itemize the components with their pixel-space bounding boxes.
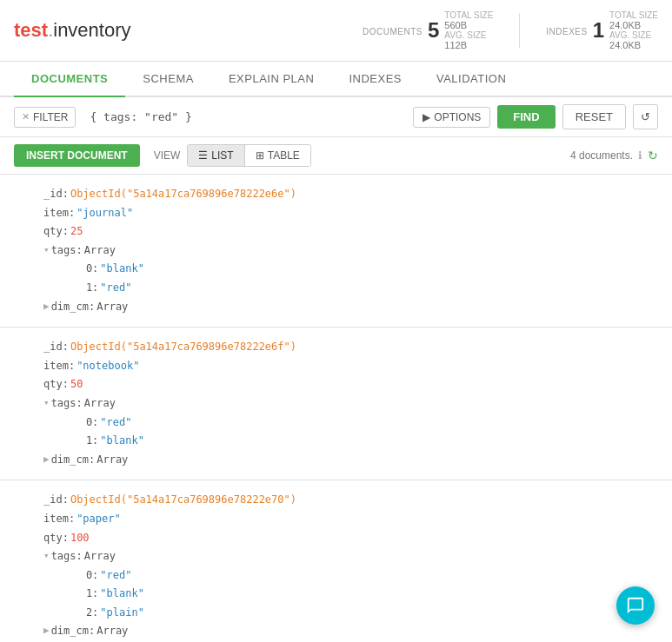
list-item: 0: "blank" [61,260,655,279]
filter-button[interactable]: ✕ FILTER [14,107,76,128]
field-dim: ▶ dim_cm: Array [43,451,655,470]
collapse-icon[interactable]: ▾ [43,547,50,565]
field-id: _id: ObjectId("5a14a17ca769896e78222e6e"… [43,185,655,204]
field-key: tags: [51,547,83,566]
collapse-icon[interactable]: ▾ [43,394,50,412]
header-stats: DOCUMENTS 5 TOTAL SIZE 560B AVG. SIZE 11… [363,10,658,50]
options-button[interactable]: ▶ OPTIONS [413,107,490,128]
field-value-plain: Array [96,298,128,317]
field-tags: ▾ tags: Array [43,394,655,414]
field-value: "plain" [100,604,144,623]
field-id: _id: ObjectId("5a14a17ca769896e78222e70"… [43,491,655,510]
field-dim: ▶ dim_cm: Array [43,622,655,641]
toolbar: ✕ FILTER ▶ OPTIONS FIND RESET ↺ [0,97,672,137]
field-value-string: "journal" [77,204,133,223]
field-value-number: 25 [70,222,83,242]
field-key: qty: [43,375,69,394]
field-key: _id: [43,185,69,204]
divider [519,13,520,48]
field-value: "red" [100,566,131,586]
logo-test: test [14,19,48,41]
field-value-string: "notebook" [77,357,139,376]
insert-document-button[interactable]: INSERT DOCUMENT [14,144,140,167]
view-label: VIEW [154,149,181,162]
field-value-number: 100 [70,529,90,548]
list-item: 2: "plain" [61,604,655,623]
find-button[interactable]: FIND [497,105,555,129]
field-key: 1: [61,432,98,451]
field-key: item: [43,357,75,376]
collapse-icon[interactable]: ▶ [43,298,50,315]
field-item: item: "paper" [43,510,655,529]
field-key: 1: [61,585,98,604]
view-list-button[interactable]: ☰ LIST [188,145,243,166]
field-value-plain: Array [84,547,116,566]
table-row: _id: ObjectId("5a14a17ca769896e78222e70"… [0,480,672,642]
collapse-icon[interactable]: ▶ [43,451,50,468]
table-row: _id: ObjectId("5a14a17ca769896e78222e6f"… [0,328,672,480]
indexes-stat: INDEXES 1 TOTAL SIZE 24.0KB AVG. SIZE 24… [546,10,658,50]
options-label: OPTIONS [434,111,481,123]
list-item: 1: "blank" [61,585,655,604]
tab-explain-plan[interactable]: EXPLAIN PLAN [211,62,332,97]
documents-meta: TOTAL SIZE 560B AVG. SIZE 112B [444,10,493,50]
field-tags: ▾ tags: Array [43,242,655,261]
field-value-objectid: ObjectId("5a14a17ca769896e78222e6e") [70,185,296,204]
field-key: dim_cm: [51,298,96,317]
doc-refresh-button[interactable]: ↻ [648,149,658,162]
field-qty: qty: 50 [43,375,655,394]
list-label: LIST [211,149,233,162]
table-row: _id: ObjectId("5a14a17ca769896e78222e6e"… [0,175,672,328]
collapse-icon[interactable]: ▾ [43,242,50,259]
table-label: TABLE [268,149,300,162]
action-bar: INSERT DOCUMENT VIEW ☰ LIST ⊞ TABLE 4 do… [0,137,672,175]
field-value-number: 50 [70,375,83,394]
list-item: 1: "red" [61,279,655,298]
indexes-count: 1 [593,20,604,41]
field-value: "blank" [100,585,144,604]
field-key: _id: [43,491,69,510]
field-value-objectid: ObjectId("5a14a17ca769896e78222e70") [70,491,296,510]
field-value-plain: Array [84,242,116,261]
tab-indexes[interactable]: INDEXES [331,62,419,97]
query-input[interactable] [83,107,406,127]
field-key: 0: [61,566,98,586]
field-id: _id: ObjectId("5a14a17ca769896e78222e6f"… [43,338,655,357]
info-icon[interactable]: ℹ [638,149,642,162]
field-key: 1: [61,279,98,298]
field-item: item: "journal" [43,204,655,223]
field-value-objectid: ObjectId("5a14a17ca769896e78222e6f") [70,338,296,357]
documents-avg-size: 112B [444,40,493,50]
tab-schema[interactable]: SCHEMA [125,62,211,97]
indexes-label: INDEXES [546,24,587,37]
reset-button[interactable]: RESET [562,104,626,129]
filter-label: FILTER [33,111,68,123]
filter-x-icon: ✕ [22,111,30,122]
field-key: 0: [61,414,98,433]
doc-count-text: 4 documents. [570,149,633,162]
field-value: "blank" [100,260,144,279]
field-value-string: "paper" [77,510,121,529]
toolbar-refresh-button[interactable]: ↺ [633,104,658,129]
documents-list: _id: ObjectId("5a14a17ca769896e78222e6e"… [0,175,672,642]
chat-button[interactable] [616,586,655,625]
collapse-icon[interactable]: ▶ [43,622,50,639]
field-value: "blank" [100,432,144,451]
tags-items: 0: "blank" 1: "red" [43,260,655,297]
tab-documents[interactable]: DOCUMENTS [14,62,125,97]
indexes-total-size: 24.0KB [609,20,658,30]
tab-validation[interactable]: VALIDATION [419,62,523,97]
doc-count: 4 documents. ℹ ↻ [570,149,658,162]
documents-stat: DOCUMENTS 5 TOTAL SIZE 560B AVG. SIZE 11… [363,10,493,50]
options-arrow-icon: ▶ [422,111,430,123]
list-item: 1: "blank" [61,432,655,451]
field-key: 0: [61,260,98,279]
tags-items: 0: "red" 1: "blank" [43,414,655,451]
field-key: item: [43,204,75,223]
documents-count: 5 [428,20,439,41]
view-table-button[interactable]: ⊞ TABLE [244,145,310,166]
field-tags: ▾ tags: Array [43,547,655,566]
field-value-plain: Array [96,622,128,641]
field-key: _id: [43,338,69,357]
field-key: dim_cm: [51,622,96,641]
